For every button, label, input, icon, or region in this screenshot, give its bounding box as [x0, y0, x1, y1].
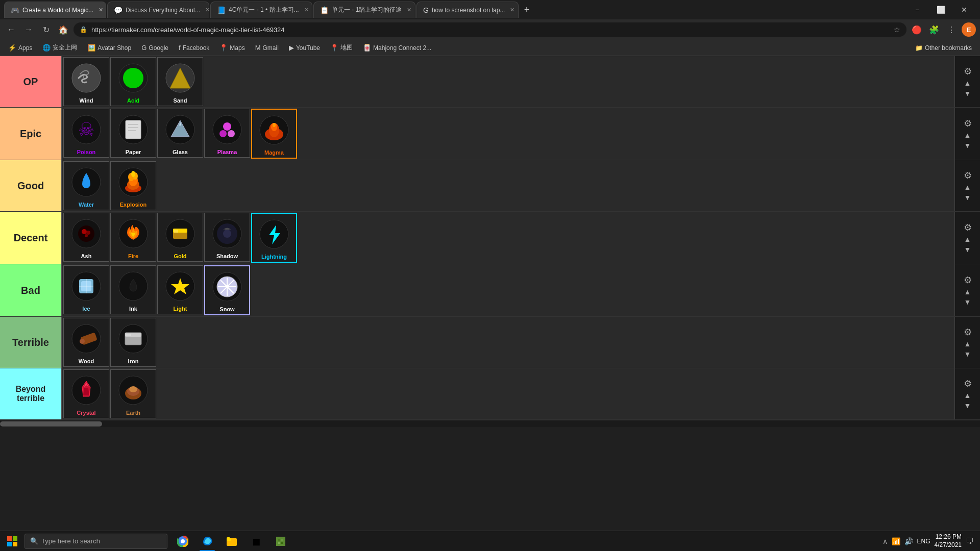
tray-up-icon[interactable]: ∧ [883, 537, 888, 545]
arrow-up-epic[interactable]: ▲ [964, 131, 971, 139]
gear-icon-beyond[interactable]: ⚙ [964, 378, 972, 389]
new-tab-button[interactable]: + [520, 3, 534, 17]
bookmark-gmail[interactable]: M Gmail [251, 42, 283, 54]
arrow-down-bad[interactable]: ▼ [964, 298, 971, 306]
tab-active[interactable]: 🎮 Create a World of Magic... ✕ [4, 2, 106, 18]
item-earth[interactable]: Earth [110, 369, 156, 418]
forward-button[interactable]: → [21, 22, 36, 37]
gear-icon-bad[interactable]: ⚙ [964, 274, 972, 286]
item-crystal[interactable]: Crystal [63, 369, 109, 418]
gear-icon-op[interactable]: ⚙ [964, 66, 972, 77]
tab-close-2[interactable]: ✕ [205, 7, 209, 13]
arrow-up-decent[interactable]: ▲ [964, 235, 971, 243]
taskbar-explorer[interactable] [220, 531, 243, 552]
item-ash[interactable]: Ash [63, 213, 109, 262]
tab-close-5[interactable]: ✕ [510, 7, 514, 13]
network-icon[interactable]: 📶 [892, 537, 900, 545]
item-light[interactable]: Light [157, 265, 203, 314]
item-water[interactable]: Water [63, 161, 109, 210]
gear-icon-terrible[interactable]: ⚙ [964, 327, 972, 338]
taskbar-roblox[interactable]: ◼ [245, 531, 267, 552]
tab-close-3[interactable]: ✕ [304, 7, 309, 13]
extensions-icon[interactable]: 🧩 [927, 22, 941, 37]
gear-icon-epic[interactable]: ⚙ [964, 118, 972, 129]
bookmark-youtube[interactable]: ▶ YouTube [285, 42, 324, 54]
taskbar-chrome[interactable] [172, 531, 194, 552]
clock[interactable]: 12:26 PM 4/27/2021 [935, 533, 962, 549]
item-paper[interactable]: Paper [110, 109, 156, 158]
tier-items-op: Wind Acid Sand [61, 56, 954, 107]
item-gold[interactable]: Gold [157, 213, 203, 262]
gear-icon-decent[interactable]: ⚙ [964, 222, 972, 233]
item-shadow[interactable]: Shadow [204, 213, 250, 262]
close-button[interactable]: ✕ [952, 0, 976, 19]
start-button[interactable] [0, 531, 24, 552]
gear-icon-good[interactable]: ⚙ [964, 170, 972, 181]
tab-close-4[interactable]: ✕ [407, 7, 411, 13]
item-poison[interactable]: ☠ Poison [63, 109, 109, 158]
taskbar-edge[interactable] [196, 531, 218, 552]
other-bookmarks[interactable]: 📁 Other bookmarks [911, 42, 976, 54]
item-sand[interactable]: Sand [157, 57, 203, 106]
arrow-up-bad[interactable]: ▲ [964, 288, 971, 296]
reload-button[interactable]: ↻ [39, 22, 53, 37]
earth-icon-container [115, 372, 152, 409]
taskbar-minecraft[interactable] [270, 531, 292, 552]
bookmark-safety[interactable]: 🌐 安全上网 [38, 41, 81, 54]
home-button[interactable]: 🏠 [56, 22, 70, 37]
item-magma[interactable]: Magma [251, 109, 297, 159]
ravatar-icon[interactable]: 🔴 [910, 22, 924, 37]
settings-icon[interactable]: ⋮ [944, 22, 959, 37]
horizontal-scrollbar[interactable] [0, 420, 980, 427]
bookmark-star-icon[interactable]: ☆ [894, 26, 900, 34]
item-lightning[interactable]: Lightning [251, 213, 297, 263]
scrollbar-track[interactable] [0, 421, 980, 427]
tier-controls-epic: ⚙ ▲ ▼ [954, 108, 980, 160]
profile-button[interactable]: E [962, 22, 976, 37]
search-box[interactable]: 🔍 Type here to search [24, 534, 167, 549]
arrow-down-epic[interactable]: ▼ [964, 141, 971, 149]
arrow-down-terrible[interactable]: ▼ [964, 350, 971, 358]
earth-label: Earth [126, 410, 140, 416]
item-plasma[interactable]: Plasma [204, 109, 250, 158]
bookmark-ditu[interactable]: 📍 地图 [326, 41, 357, 54]
tab-5[interactable]: G how to screenshot on lap... ✕ [416, 2, 519, 18]
item-wood[interactable]: Wood [63, 318, 109, 367]
item-snow[interactable]: Snow [204, 265, 250, 315]
bookmark-apps[interactable]: ⚡ Apps [4, 42, 36, 54]
bookmark-google[interactable]: G Google [137, 42, 173, 54]
item-ice[interactable]: Ice [63, 265, 109, 314]
item-glass[interactable]: Glass [157, 109, 203, 158]
bookmark-mahjong[interactable]: 🀄 Mahjong Connect 2... [359, 42, 435, 54]
arrow-down-good[interactable]: ▼ [964, 193, 971, 202]
arrow-down-decent[interactable]: ▼ [964, 245, 971, 254]
arrow-down-op[interactable]: ▼ [964, 89, 971, 97]
back-button[interactable]: ← [4, 22, 18, 37]
item-wind[interactable]: Wind [63, 57, 109, 106]
item-ink[interactable]: Ink [110, 265, 156, 314]
minimize-button[interactable]: − [905, 0, 929, 19]
volume-icon[interactable]: 🔊 [904, 537, 913, 545]
arrow-up-good[interactable]: ▲ [964, 183, 971, 191]
arrow-up-terrible[interactable]: ▲ [964, 340, 971, 348]
address-bar[interactable]: 🔒 https://tiermaker.com/create/world-of-… [74, 22, 906, 37]
tab-4[interactable]: 📋 单元一 - 1踏上学习的征途 ✕ [313, 2, 415, 18]
tab-2[interactable]: 💬 Discuss Everything About... ✕ [107, 2, 209, 18]
bookmark-avatar[interactable]: 🖼️ Avatar Shop [83, 42, 135, 54]
arrow-up-op[interactable]: ▲ [964, 79, 971, 87]
tab-close-active[interactable]: ✕ [99, 7, 103, 13]
bookmark-maps[interactable]: 📍 Maps [215, 42, 249, 54]
sand-icon-container [162, 60, 199, 96]
scrollbar-thumb[interactable] [0, 421, 102, 427]
item-explosion[interactable]: Explosion [110, 161, 156, 210]
arrow-up-beyond[interactable]: ▲ [964, 391, 971, 399]
notification-icon[interactable]: 🗨 [966, 537, 974, 546]
item-acid[interactable]: Acid [110, 57, 156, 106]
maximize-button[interactable]: ⬜ [929, 0, 952, 19]
item-fire[interactable]: Fire [110, 213, 156, 262]
item-iron[interactable]: Iron [110, 318, 156, 367]
tab-3[interactable]: 📘 4C单元一 - 1 • 踏上学习... ✕ [210, 2, 312, 18]
fire-icon-container [115, 215, 152, 252]
arrow-down-beyond[interactable]: ▼ [964, 402, 971, 410]
bookmark-facebook[interactable]: f Facebook [175, 42, 213, 54]
